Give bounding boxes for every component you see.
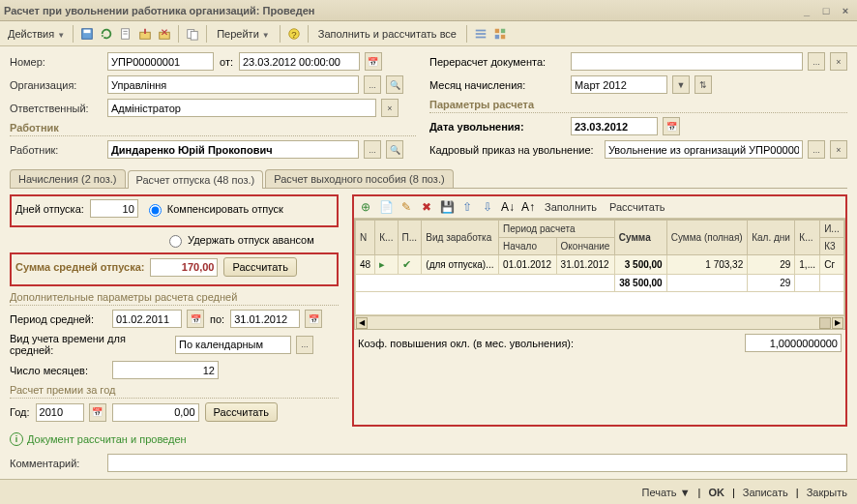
down-icon[interactable]: ⇩ bbox=[480, 199, 495, 215]
actions-menu[interactable]: Действия ▼ bbox=[6, 28, 67, 40]
info-message: i Документ рассчитан и проведен bbox=[10, 432, 847, 446]
vacation-days-field[interactable] bbox=[90, 199, 138, 218]
months-field[interactable] bbox=[112, 361, 219, 379]
grid-scrollbar[interactable]: ◀ ▶ bbox=[355, 315, 844, 329]
year-field[interactable] bbox=[36, 403, 84, 422]
recalc-clear-button[interactable]: × bbox=[830, 52, 847, 71]
employee-open-button[interactable]: 🔍 bbox=[386, 140, 403, 159]
ok-button[interactable]: OK bbox=[708, 487, 724, 498]
org-field[interactable] bbox=[107, 75, 359, 94]
maximize-button[interactable]: □ bbox=[818, 4, 834, 17]
copy-icon[interactable]: 📄 bbox=[378, 199, 394, 215]
period-to-field[interactable] bbox=[230, 310, 300, 328]
svg-rect-15 bbox=[501, 28, 505, 32]
month-label: Месяц начисления: bbox=[429, 79, 565, 91]
dismiss-date-picker-button[interactable]: 📅 bbox=[663, 117, 680, 135]
resp-clear-button[interactable]: × bbox=[381, 99, 399, 117]
basis-icon[interactable] bbox=[185, 26, 200, 42]
document-icon[interactable] bbox=[118, 26, 133, 42]
help-icon[interactable]: ? bbox=[286, 26, 302, 42]
close-button[interactable]: × bbox=[838, 4, 853, 17]
number-field[interactable] bbox=[107, 52, 214, 71]
employee-field[interactable] bbox=[107, 140, 359, 159]
main-toolbar: Действия ▼ Перейти ▼ ? Заполнить и рассч… bbox=[0, 21, 857, 46]
check-icon: ✔ bbox=[402, 258, 411, 270]
period-from-picker[interactable]: 📅 bbox=[187, 310, 204, 328]
employee-select-button[interactable]: ... bbox=[364, 140, 381, 159]
dismiss-date-field[interactable] bbox=[571, 117, 658, 135]
avg-sum-field[interactable] bbox=[150, 258, 218, 277]
coef-field[interactable] bbox=[745, 334, 842, 352]
svg-rect-8 bbox=[191, 31, 197, 40]
time-type-select[interactable]: ... bbox=[296, 336, 313, 354]
compensate-radio[interactable]: Компенсировать отпуск bbox=[144, 201, 283, 217]
post-icon[interactable] bbox=[137, 26, 153, 42]
comment-label: Комментарий: bbox=[10, 458, 102, 469]
add-icon[interactable]: ⊕ bbox=[358, 199, 373, 215]
date-field[interactable] bbox=[239, 52, 360, 71]
list-icon[interactable] bbox=[473, 26, 488, 42]
delete-icon[interactable]: ✖ bbox=[419, 199, 434, 215]
calc-avg-button[interactable]: Рассчитать bbox=[223, 257, 296, 277]
print-button[interactable]: Печать ▼ bbox=[642, 487, 691, 498]
grid-toolbar: ⊕ 📄 ✎ ✖ 💾 ⇧ ⇩ A↓ A↑ Заполнить Рассчитать bbox=[354, 196, 845, 219]
recalc-label: Перерасчет документа: bbox=[429, 56, 565, 68]
period-to-label: по: bbox=[210, 313, 224, 325]
edit-icon[interactable]: ✎ bbox=[399, 199, 414, 215]
svg-rect-1 bbox=[84, 29, 91, 33]
unpost-icon[interactable] bbox=[157, 26, 172, 42]
tab-accruals[interactable]: Начисления (2 поз.) bbox=[10, 169, 126, 188]
date-picker-button[interactable]: 📅 bbox=[365, 52, 382, 71]
resp-field[interactable] bbox=[107, 99, 376, 117]
recalc-field[interactable] bbox=[571, 52, 803, 71]
tabs: Начисления (2 поз.) Расчет отпуска (48 п… bbox=[10, 169, 847, 188]
recalc-select-button[interactable]: ... bbox=[808, 52, 825, 71]
grid-icon[interactable] bbox=[492, 26, 508, 42]
month-field[interactable] bbox=[571, 75, 667, 94]
refresh-icon[interactable] bbox=[99, 26, 114, 42]
table-row[interactable]: 48 ▸ ✔ (для отпуска)... 01.01.2012 31.01… bbox=[356, 255, 844, 275]
period-to-picker[interactable]: 📅 bbox=[305, 310, 322, 328]
scroll-right-icon[interactable]: ▶ bbox=[832, 317, 843, 329]
calc-grid[interactable]: N К... П... Вид заработка Период расчета… bbox=[354, 219, 845, 330]
sort-asc-icon[interactable]: A↓ bbox=[500, 199, 516, 215]
footer-bar: Печать ▼ | OK | Записать | Закрыть bbox=[0, 479, 857, 504]
save-grid-icon[interactable]: 💾 bbox=[439, 199, 455, 215]
grid-fill-button[interactable]: Заполнить bbox=[541, 201, 601, 213]
up-icon[interactable]: ⇧ bbox=[459, 199, 475, 215]
extra-params-head: Дополнительные параметры расчета средней bbox=[10, 291, 339, 306]
minimize-button[interactable]: _ bbox=[799, 4, 814, 17]
fill-calc-all-button[interactable]: Заполнить и рассчитать все bbox=[314, 28, 460, 40]
employee-label: Работник: bbox=[10, 144, 102, 156]
time-type-field[interactable] bbox=[175, 336, 291, 354]
goto-menu[interactable]: Перейти ▼ bbox=[213, 28, 274, 40]
close-footer-button[interactable]: Закрыть bbox=[807, 487, 847, 498]
withhold-radio[interactable]: Удержать отпуск авансом bbox=[164, 232, 314, 248]
info-icon: i bbox=[10, 432, 23, 446]
svg-rect-11 bbox=[476, 29, 487, 31]
year-picker[interactable]: 📅 bbox=[89, 403, 106, 422]
year-sum-field[interactable] bbox=[112, 403, 199, 422]
scroll-thumb[interactable] bbox=[819, 317, 831, 329]
tab-vacation[interactable]: Расчет отпуска (48 поз.) bbox=[128, 170, 264, 189]
calc-year-button[interactable]: Рассчитать bbox=[205, 402, 278, 422]
svg-rect-6 bbox=[160, 32, 170, 39]
order-field[interactable] bbox=[605, 140, 803, 159]
order-select-button[interactable]: ... bbox=[808, 140, 825, 159]
sort-desc-icon[interactable]: A↑ bbox=[520, 199, 536, 215]
grid-calc-button[interactable]: Рассчитать bbox=[606, 201, 668, 213]
scroll-left-icon[interactable]: ◀ bbox=[356, 317, 368, 329]
save-button[interactable]: Записать bbox=[743, 487, 788, 498]
period-from-field[interactable] bbox=[112, 310, 182, 328]
comment-field[interactable] bbox=[107, 454, 847, 472]
tab-severance[interactable]: Расчет выходного пособия (8 поз.) bbox=[265, 169, 453, 188]
month-spinner-button[interactable]: ⇅ bbox=[694, 75, 712, 94]
resp-label: Ответственный: bbox=[10, 103, 102, 114]
month-dropdown-button[interactable]: ▼ bbox=[672, 75, 690, 94]
org-open-button[interactable]: 🔍 bbox=[386, 75, 403, 94]
org-select-button[interactable]: ... bbox=[364, 75, 381, 94]
save-icon[interactable] bbox=[79, 26, 95, 42]
svg-rect-12 bbox=[476, 33, 487, 35]
totals-row: 38 500,00 29 bbox=[356, 275, 844, 292]
order-clear-button[interactable]: × bbox=[830, 140, 847, 159]
